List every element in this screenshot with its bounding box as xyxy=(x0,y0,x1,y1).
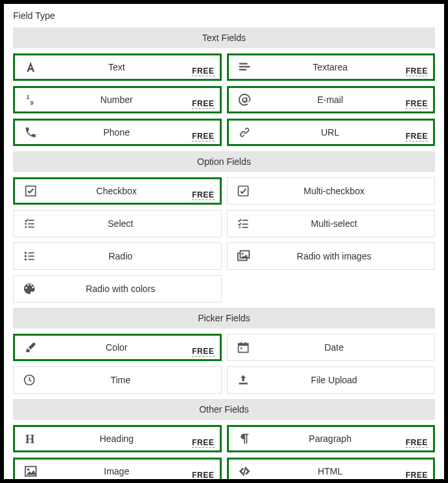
svg-rect-7 xyxy=(25,223,27,225)
field-option-email[interactable]: E-mailFREE xyxy=(227,86,436,113)
svg-rect-0 xyxy=(239,63,247,65)
field-label: File Upload xyxy=(252,375,435,385)
svg-rect-10 xyxy=(28,224,34,225)
field-option-select[interactable]: Select xyxy=(13,210,222,237)
calendar-icon xyxy=(234,338,252,357)
brush-icon xyxy=(22,338,40,357)
image-icon xyxy=(22,462,40,480)
svg-point-18 xyxy=(25,258,27,260)
list-check-alt-icon xyxy=(234,214,252,233)
svg-rect-28 xyxy=(245,342,246,345)
field-option-html[interactable]: HTMLFREE xyxy=(227,458,436,483)
svg-rect-26 xyxy=(238,344,248,345)
svg-rect-19 xyxy=(28,252,34,254)
at-icon xyxy=(235,91,254,109)
field-option-time[interactable]: Time xyxy=(13,366,222,394)
svg-rect-20 xyxy=(28,256,34,257)
svg-rect-12 xyxy=(239,227,241,228)
svg-rect-9 xyxy=(28,220,34,221)
clock-icon xyxy=(20,371,38,389)
field-option-multi-select[interactable]: Multi-select xyxy=(227,210,436,237)
svg-text:9: 9 xyxy=(30,100,33,106)
field-option-radio-colors[interactable]: Radio with colors xyxy=(13,275,222,302)
number-icon: 19 xyxy=(22,91,40,109)
phone-icon xyxy=(22,123,40,141)
list-check-icon xyxy=(20,214,38,233)
field-type-groups: Text FieldsTextFREETextareaFREE19NumberF… xyxy=(13,27,435,483)
svg-point-24 xyxy=(241,253,243,255)
align-left-icon xyxy=(235,58,254,76)
free-badge: FREE xyxy=(192,471,214,480)
heading-icon: H xyxy=(22,430,40,448)
svg-rect-1 xyxy=(239,66,250,67)
list-ul-icon xyxy=(20,247,38,265)
free-badge: FREE xyxy=(192,438,214,448)
field-label: Multi-select xyxy=(252,218,435,229)
font-icon xyxy=(22,58,40,76)
field-option-color[interactable]: ColorFREE xyxy=(13,334,222,361)
paragraph-icon xyxy=(235,430,254,448)
svg-text:H: H xyxy=(25,433,35,446)
field-option-checkbox[interactable]: CheckboxFREE xyxy=(13,177,222,205)
field-option-textarea[interactable]: TextareaFREE xyxy=(227,53,436,81)
field-option-url[interactable]: URLFREE xyxy=(227,119,436,146)
field-option-radio[interactable]: Radio xyxy=(13,242,222,270)
group-header: Text Fields xyxy=(13,27,435,48)
field-label: Radio xyxy=(38,251,221,261)
field-option-file[interactable]: File Upload xyxy=(227,366,436,394)
field-option-image[interactable]: ImageFREE xyxy=(13,458,222,483)
free-badge: FREE xyxy=(406,66,428,76)
svg-point-16 xyxy=(25,252,27,254)
images-icon xyxy=(234,247,252,265)
svg-rect-14 xyxy=(242,224,248,225)
svg-text:1: 1 xyxy=(26,94,29,100)
svg-rect-8 xyxy=(25,226,27,228)
field-grid: HHeadingFREEParagraphFREEImageFREEHTMLFR… xyxy=(13,425,435,483)
free-badge: FREE xyxy=(406,99,428,109)
svg-rect-21 xyxy=(28,259,34,260)
field-option-paragraph[interactable]: ParagraphFREE xyxy=(227,425,436,452)
free-badge: FREE xyxy=(406,132,428,141)
svg-point-17 xyxy=(25,255,27,257)
field-option-heading[interactable]: HHeadingFREE xyxy=(13,425,222,452)
field-label: Select xyxy=(38,218,221,229)
field-grid: TextFREETextareaFREE19NumberFREEE-mailFR… xyxy=(13,53,435,146)
field-option-multi-checkbox[interactable]: Multi-checkbox xyxy=(227,177,436,205)
svg-rect-35 xyxy=(243,467,246,476)
free-badge: FREE xyxy=(192,347,214,357)
svg-rect-27 xyxy=(240,342,241,345)
palette-icon xyxy=(20,280,38,298)
free-badge: FREE xyxy=(192,190,214,200)
section-title: Field Type xyxy=(13,10,435,21)
field-label: Multi-checkbox xyxy=(252,186,435,196)
svg-rect-31 xyxy=(239,383,247,385)
field-label: Radio with images xyxy=(252,251,435,261)
field-option-radio-images[interactable]: Radio with images xyxy=(227,242,436,270)
link-icon xyxy=(235,123,254,141)
svg-rect-2 xyxy=(239,69,246,70)
check-square-alt-icon xyxy=(234,182,252,200)
code-icon xyxy=(235,462,254,480)
check-square-icon xyxy=(22,182,40,200)
free-badge: FREE xyxy=(192,99,214,109)
svg-rect-11 xyxy=(28,227,34,228)
free-badge: FREE xyxy=(192,132,214,141)
free-badge: FREE xyxy=(192,66,214,76)
free-badge: FREE xyxy=(406,471,428,480)
field-label: Date xyxy=(252,342,435,353)
field-grid: CheckboxFREEMulti-checkboxSelectMulti-se… xyxy=(13,177,435,302)
field-option-date[interactable]: Date xyxy=(227,334,436,361)
svg-rect-15 xyxy=(242,227,248,228)
svg-rect-13 xyxy=(242,220,248,221)
field-option-text[interactable]: TextFREE xyxy=(13,53,222,81)
group-header: Option Fields xyxy=(13,151,435,172)
field-option-number[interactable]: 19NumberFREE xyxy=(13,86,222,113)
field-option-phone[interactable]: PhoneFREE xyxy=(13,119,222,146)
group-header: Other Fields xyxy=(13,399,435,420)
field-label: Radio with colors xyxy=(38,284,221,294)
group-header: Picker Fields xyxy=(13,308,435,329)
free-badge: FREE xyxy=(406,438,428,448)
svg-point-34 xyxy=(27,468,30,471)
field-grid: ColorFREEDateTimeFile Upload xyxy=(13,334,435,394)
svg-rect-29 xyxy=(240,347,242,349)
